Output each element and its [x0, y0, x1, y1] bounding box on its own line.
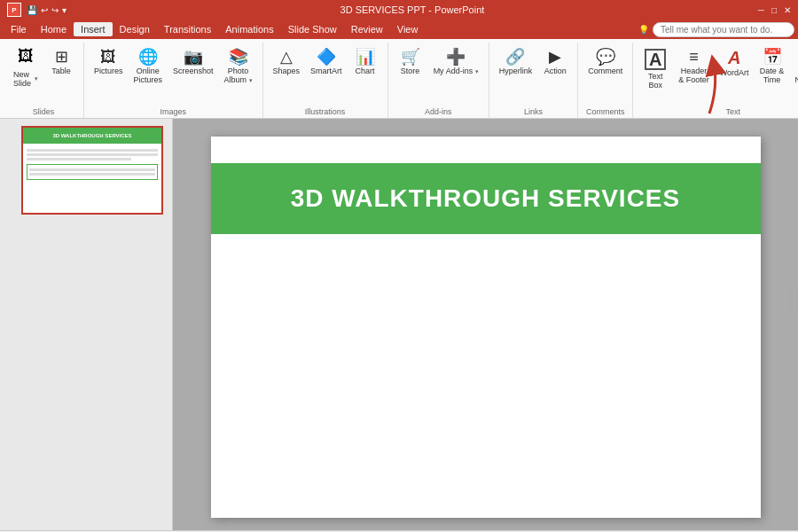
menu-insert[interactable]: Insert: [74, 22, 113, 36]
menu-transitions[interactable]: Transitions: [157, 22, 218, 36]
ribbon-group-addins: 🛒 Store ➕ My Add-ins ▾ Add-ins: [388, 43, 489, 118]
date-time-label: Date &Time: [760, 66, 785, 84]
hyperlink-button[interactable]: 🔗 Hyperlink: [495, 44, 537, 78]
slide-thumb-header: 3D WALKTHROUGH SERVICES: [23, 128, 161, 144]
text-group-label: Text: [638, 106, 798, 118]
textbox-label: TextBox: [648, 72, 663, 90]
redo-icon[interactable]: ↪: [51, 5, 59, 15]
text-group-content: A TextBox ≡ Header& Footer A WordArt 📅 D…: [638, 44, 798, 106]
slides-group-label: Slides: [9, 106, 78, 118]
photo-album-arrow: ▾: [249, 77, 253, 83]
hyperlink-label: Hyperlink: [499, 66, 533, 75]
title-bar-left: P 💾 ↩ ↪ ▾: [7, 3, 66, 17]
new-slide-text: New Slide: [13, 70, 34, 88]
slide-panel: 1 3D WALKTHROUGH SERVICES: [0, 119, 173, 530]
new-slide-dropdown-arrow: ▾: [35, 75, 38, 82]
store-button[interactable]: 🛒 Store: [394, 44, 427, 78]
illustrations-group-content: △ Shapes 🔷 SmartArt 📊 Chart: [269, 44, 382, 106]
links-group-content: 🔗 Hyperlink ▶ Action: [495, 44, 573, 106]
new-slide-label[interactable]: New Slide ▾: [9, 68, 43, 90]
save-icon[interactable]: 💾: [27, 5, 37, 15]
table-label: Table: [51, 66, 71, 75]
wordart-icon: A: [728, 49, 740, 66]
menu-animations[interactable]: Animations: [218, 22, 280, 36]
new-slide-icon: 🖼: [18, 47, 34, 66]
slide-thumb-box-line-2: [29, 173, 155, 176]
new-slide-button[interactable]: 🖼 New Slide ▾: [9, 44, 43, 90]
pictures-label: Pictures: [94, 66, 123, 75]
comment-label: Comment: [588, 66, 622, 75]
undo-icon[interactable]: ↩: [41, 5, 48, 15]
shapes-button[interactable]: △ Shapes: [269, 44, 305, 78]
chart-button[interactable]: 📊 Chart: [348, 44, 382, 78]
menu-view[interactable]: View: [390, 22, 426, 36]
my-addins-label: My Add-ins ▾: [434, 66, 479, 75]
hyperlink-icon: 🔗: [505, 49, 525, 65]
menu-review[interactable]: Review: [344, 22, 390, 36]
close-icon[interactable]: ✕: [784, 5, 791, 15]
slides-group-content: 🖼 New Slide ▾ ⊞ Table: [9, 44, 78, 106]
smartart-button[interactable]: 🔷 SmartArt: [306, 44, 347, 78]
canvas-area: 3D WALKTHROUGH SERVICES: [173, 119, 798, 530]
images-group-content: 🖼 Pictures 🌐 OnlinePictures 📷 Screenshot…: [90, 44, 257, 106]
app-icon: P: [7, 3, 21, 17]
action-icon: ▶: [549, 49, 561, 65]
date-time-button[interactable]: 📅 Date &Time: [755, 44, 789, 87]
slide-thumb-line-1: [27, 149, 158, 152]
comments-group-content: 💬 Comment: [583, 44, 627, 106]
chart-label: Chart: [356, 66, 375, 75]
ribbon-group-slides: 🖼 New Slide ▾ ⊞ Table Slides: [4, 43, 84, 118]
store-icon: 🛒: [401, 49, 420, 65]
header-footer-icon: ≡: [689, 49, 699, 65]
my-addins-icon: ➕: [446, 49, 466, 65]
menu-file[interactable]: File: [4, 22, 34, 36]
search-input[interactable]: [653, 22, 794, 37]
restore-icon[interactable]: □: [771, 5, 777, 15]
window-controls: ─ □ ✕: [758, 5, 791, 15]
textbox-button[interactable]: A TextBox: [638, 44, 672, 92]
slide-body: [211, 234, 761, 270]
action-button[interactable]: ▶ Action: [538, 44, 572, 78]
app-body: 1 3D WALKTHROUGH SERVICES: [0, 119, 798, 530]
ribbon-group-illustrations: △ Shapes 🔷 SmartArt 📊 Chart Illustration…: [263, 43, 388, 118]
slide-header: 3D WALKTHROUGH SERVICES: [211, 163, 761, 234]
table-button[interactable]: ⊞ Table: [44, 44, 78, 78]
title-bar: P 💾 ↩ ↪ ▾ 3D SERVICES PPT - PowerPoint ─…: [0, 0, 798, 20]
slide-thumb-line-2: [27, 153, 158, 156]
vertical-scrollbar[interactable]: [787, 284, 794, 319]
minimize-icon[interactable]: ─: [758, 5, 764, 15]
my-addins-button[interactable]: ➕ My Add-ins ▾: [429, 44, 483, 78]
slide-thumbnail[interactable]: 3D WALKTHROUGH SERVICES: [21, 126, 163, 215]
screenshot-icon: 📷: [184, 49, 203, 65]
smartart-icon: 🔷: [317, 49, 336, 65]
comment-icon: 💬: [596, 49, 615, 65]
pictures-button[interactable]: 🖼 Pictures: [90, 44, 128, 78]
header-footer-button[interactable]: ≡ Header& Footer: [674, 44, 714, 87]
quick-access-toolbar: 💾 ↩ ↪ ▾: [27, 5, 66, 15]
table-icon: ⊞: [55, 49, 68, 65]
photo-album-label: PhotoAlbum ▾: [224, 66, 253, 84]
ribbon-group-text: A TextBox ≡ Header& Footer A WordArt 📅 D…: [633, 43, 798, 118]
slide-thumb-line-3: [27, 158, 131, 160]
smartart-label: SmartArt: [310, 66, 342, 75]
shapes-icon: △: [280, 49, 293, 65]
menu-home[interactable]: Home: [34, 22, 74, 36]
menu-slideshow[interactable]: Slide Show: [281, 22, 344, 36]
illustrations-group-label: Illustrations: [269, 106, 382, 118]
slide-thumb-body: [23, 144, 161, 184]
online-pictures-label: OnlinePictures: [134, 66, 163, 84]
wordart-button[interactable]: A WordArt: [716, 44, 754, 80]
screenshot-button[interactable]: 📷 Screenshot: [168, 44, 218, 78]
shapes-label: Shapes: [273, 66, 301, 75]
comment-button[interactable]: 💬 Comment: [583, 44, 627, 78]
slide-canvas[interactable]: 3D WALKTHROUGH SERVICES: [211, 137, 761, 518]
slide-thumb-title: 3D WALKTHROUGH SERVICES: [52, 133, 131, 138]
photo-album-button[interactable]: 📚 PhotoAlbum ▾: [220, 44, 257, 87]
menu-design[interactable]: Design: [113, 22, 157, 36]
addins-group-content: 🛒 Store ➕ My Add-ins ▾: [394, 44, 483, 106]
ribbon: 🖼 New Slide ▾ ⊞ Table Slides 🖼 Pictures …: [0, 39, 798, 119]
online-pictures-button[interactable]: 🌐 OnlinePictures: [129, 44, 168, 87]
new-slide-top[interactable]: 🖼: [9, 44, 43, 68]
slide-number-button[interactable]: # SlideNumber: [791, 44, 798, 87]
ribbon-group-links: 🔗 Hyperlink ▶ Action Links: [489, 43, 579, 118]
